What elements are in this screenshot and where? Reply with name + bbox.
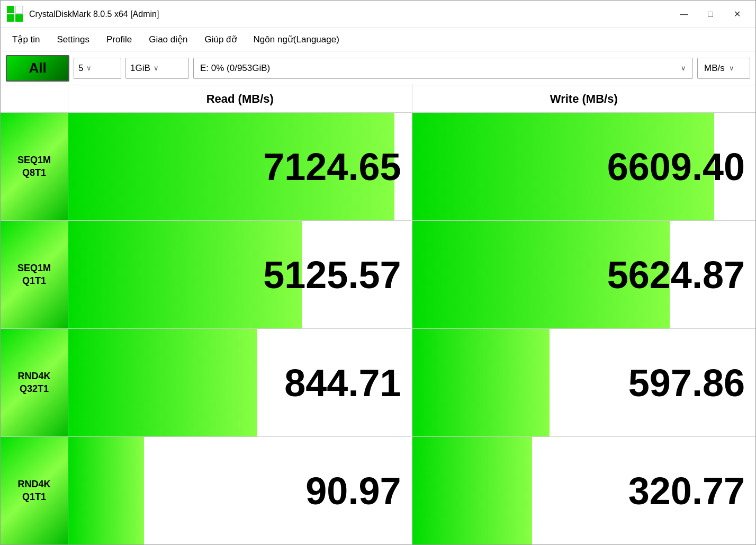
read-value-rnd4k-q1t1: 90.97 xyxy=(305,469,401,513)
close-button[interactable]: ✕ xyxy=(725,6,749,23)
row-write-rnd4k-q32t1: 597.86 xyxy=(412,329,756,436)
read-bar-rnd4k-q32t1 xyxy=(68,329,257,436)
drive-value: E: 0% (0/953GiB) xyxy=(200,63,677,74)
maximize-button[interactable]: □ xyxy=(698,6,723,23)
row-label-seq1m-q8t1: SEQ1MQ8T1 xyxy=(1,113,68,220)
toolbar: All 5 ∨ 1GiB ∨ E: 0% (0/953GiB) ∨ MB/s ∨ xyxy=(1,51,755,85)
write-bar-rnd4k-q32t1 xyxy=(412,329,550,436)
table-row: RND4KQ32T1 844.71 597.86 xyxy=(1,329,755,437)
row-read-seq1m-q1t1: 5125.57 xyxy=(68,221,412,328)
row-label-rnd4k-q1t1: RND4KQ1T1 xyxy=(1,437,68,544)
row-label-rnd4k-q32t1: RND4KQ32T1 xyxy=(1,329,68,436)
data-rows: SEQ1MQ8T1 7124.65 6609.40 SEQ1MQ1T1 xyxy=(1,113,755,544)
runs-dropdown-arrow: ∨ xyxy=(86,64,92,72)
menu-taptin[interactable]: Tập tin xyxy=(5,31,48,48)
menu-giupdo[interactable]: Giúp đỡ xyxy=(197,31,244,48)
title-bar-left: CrystalDiskMark 8.0.5 x64 [Admin] xyxy=(7,6,159,23)
window-title: CrystalDiskMark 8.0.5 x64 [Admin] xyxy=(29,10,159,19)
table-row: SEQ1MQ8T1 7124.65 6609.40 xyxy=(1,113,755,221)
title-bar: CrystalDiskMark 8.0.5 x64 [Admin] — □ ✕ xyxy=(1,1,755,28)
menu-profile[interactable]: Profile xyxy=(99,31,139,48)
app-window: CrystalDiskMark 8.0.5 x64 [Admin] — □ ✕ … xyxy=(0,0,756,545)
write-bar-rnd4k-q1t1 xyxy=(412,437,533,544)
read-header: Read (MB/s) xyxy=(68,85,412,112)
size-dropdown-arrow: ∨ xyxy=(154,64,159,72)
row-label-seq1m-q1t1: SEQ1MQ1T1 xyxy=(1,221,68,328)
write-value-seq1m-q8t1: 6609.40 xyxy=(607,145,745,189)
row-write-rnd4k-q1t1: 320.77 xyxy=(412,437,756,544)
svg-rect-3 xyxy=(15,14,23,22)
all-button[interactable]: All xyxy=(6,55,69,82)
app-icon xyxy=(7,6,24,23)
unit-select[interactable]: MB/s ∨ xyxy=(697,58,750,79)
main-content: Read (MB/s) Write (MB/s) SEQ1MQ8T1 7124.… xyxy=(1,85,755,544)
drive-select[interactable]: E: 0% (0/953GiB) ∨ xyxy=(193,58,693,79)
runs-select[interactable]: 5 ∨ xyxy=(74,58,121,79)
row-write-seq1m-q1t1: 5624.87 xyxy=(412,221,756,328)
size-select[interactable]: 1GiB ∨ xyxy=(125,58,189,79)
svg-rect-0 xyxy=(7,6,14,13)
row-read-rnd4k-q1t1: 90.97 xyxy=(68,437,412,544)
menu-bar: Tập tin Settings Profile Giao diện Giúp … xyxy=(1,28,755,51)
header-spacer xyxy=(1,85,68,112)
read-value-seq1m-q1t1: 5125.57 xyxy=(263,253,401,297)
runs-value: 5 xyxy=(78,63,83,74)
read-value-seq1m-q8t1: 7124.65 xyxy=(263,145,401,189)
size-value: 1GiB xyxy=(130,63,150,74)
unit-value: MB/s xyxy=(704,63,725,74)
write-header: Write (MB/s) xyxy=(412,85,756,112)
read-bar-rnd4k-q1t1 xyxy=(68,437,144,544)
table-row: RND4KQ1T1 90.97 320.77 xyxy=(1,437,755,544)
column-headers: Read (MB/s) Write (MB/s) xyxy=(1,85,755,113)
read-value-rnd4k-q32t1: 844.71 xyxy=(284,361,401,405)
row-write-seq1m-q8t1: 6609.40 xyxy=(412,113,756,220)
row-read-seq1m-q8t1: 7124.65 xyxy=(68,113,412,220)
minimize-button[interactable]: — xyxy=(672,6,696,23)
table-row: SEQ1MQ1T1 5125.57 5624.87 xyxy=(1,221,755,329)
window-controls: — □ ✕ xyxy=(672,6,749,23)
svg-rect-1 xyxy=(15,6,23,13)
write-value-seq1m-q1t1: 5624.87 xyxy=(607,253,745,297)
drive-dropdown-arrow: ∨ xyxy=(681,64,686,72)
write-value-rnd4k-q1t1: 320.77 xyxy=(628,469,745,513)
write-value-rnd4k-q32t1: 597.86 xyxy=(628,361,745,405)
menu-giaodien[interactable]: Giao diện xyxy=(141,31,195,48)
row-read-rnd4k-q32t1: 844.71 xyxy=(68,329,412,436)
menu-language[interactable]: Ngôn ngữ(Language) xyxy=(246,31,347,48)
unit-dropdown-arrow: ∨ xyxy=(729,64,734,72)
menu-settings[interactable]: Settings xyxy=(50,31,97,48)
svg-rect-2 xyxy=(7,14,14,22)
